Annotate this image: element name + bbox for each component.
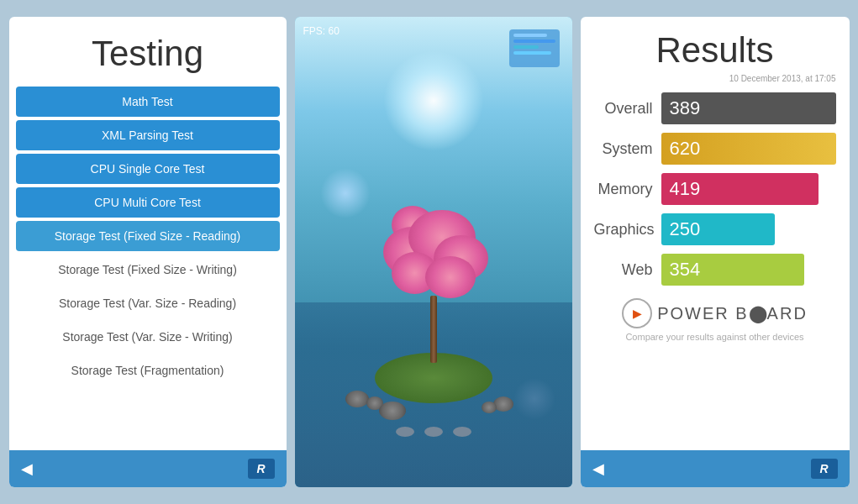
- rightware-logo-left: R: [248, 459, 275, 479]
- result-value-web: 354: [670, 259, 701, 281]
- result-bar-system: 620: [661, 133, 836, 165]
- overlay-row-2: [513, 39, 555, 43]
- left-title: Testing: [9, 17, 287, 82]
- menu-item-cpu-multi[interactable]: CPU Multi Core Test: [16, 187, 280, 218]
- scene-background: FPS: 60: [295, 17, 572, 487]
- tree-canopy: [366, 202, 501, 319]
- result-label-overall: Overall: [594, 100, 661, 118]
- overlay-row-1: [513, 34, 547, 37]
- right-panel: Results 10 December 2013, at 17:05 Overa…: [581, 17, 850, 487]
- rock-1: [345, 391, 369, 407]
- result-label-web: Web: [594, 261, 661, 279]
- result-bar-container-overall: 389: [661, 92, 836, 124]
- menu-item-storage-var-read[interactable]: Storage Test (Var. Size - Reading): [16, 288, 280, 318]
- app-container: Testing Math Test XML Parsing Test CPU S…: [9, 17, 850, 487]
- left-arrow-icon[interactable]: ◀: [21, 459, 33, 478]
- stone-2: [424, 427, 443, 437]
- rock-5: [379, 402, 406, 420]
- result-value-system: 620: [670, 138, 701, 160]
- overlay-row-4: [513, 51, 551, 55]
- ui-overlay: [509, 29, 560, 67]
- menu-item-storage-fixed-read[interactable]: Storage Test (Fixed Size - Reading): [16, 221, 280, 251]
- fps-label: FPS: 60: [303, 25, 340, 37]
- stone-3: [453, 427, 471, 437]
- menu-item-math-test[interactable]: Math Test: [16, 87, 280, 117]
- menu-item-xml-test[interactable]: XML Parsing Test: [16, 120, 280, 150]
- menu-item-cpu-single[interactable]: CPU Single Core Test: [16, 154, 280, 184]
- result-bar-container-system: 620: [661, 133, 836, 165]
- result-bar-container-web: 354: [661, 254, 836, 286]
- play-icon: ▶: [633, 307, 642, 320]
- middle-panel: FPS: 60: [295, 17, 572, 487]
- result-bar-container-memory: 419: [661, 173, 836, 205]
- powerboard-logo[interactable]: ▶ POWER B⬤ARD: [622, 298, 808, 328]
- result-label-memory: Memory: [594, 181, 661, 198]
- blossom-5: [425, 256, 476, 298]
- result-row-graphics: Graphics 250: [594, 213, 836, 245]
- result-bar-web: 354: [661, 254, 805, 286]
- result-bar-graphics: 250: [661, 213, 775, 245]
- powerboard-subtext: Compare your results against other devic…: [625, 332, 803, 342]
- glow-center: [383, 50, 484, 151]
- result-value-graphics: 250: [670, 218, 701, 240]
- glow-left: [320, 168, 371, 218]
- results-title: Results: [594, 17, 836, 74]
- result-value-memory: 419: [670, 178, 701, 200]
- right-footer: ◀ R: [581, 450, 850, 487]
- result-bar-memory: 419: [661, 173, 819, 205]
- rock-4: [482, 402, 497, 413]
- menu-item-storage-var-write[interactable]: Storage Test (Var. Size - Writing): [16, 322, 280, 352]
- result-value-overall: 389: [670, 97, 701, 119]
- stepping-stones: [396, 427, 471, 437]
- stone-1: [396, 427, 414, 437]
- powerboard-play-button[interactable]: ▶: [622, 298, 652, 328]
- menu-list: Math Test XML Parsing Test CPU Single Co…: [9, 82, 287, 390]
- left-panel: Testing Math Test XML Parsing Test CPU S…: [9, 17, 287, 487]
- result-bar-overall: 389: [661, 92, 836, 124]
- results-date: 10 December 2013, at 17:05: [594, 74, 836, 83]
- result-row-web: Web 354: [594, 254, 836, 286]
- right-arrow-icon[interactable]: ◀: [592, 459, 604, 478]
- menu-item-storage-fixed-write[interactable]: Storage Test (Fixed Size - Writing): [16, 255, 280, 285]
- result-label-system: System: [594, 140, 661, 158]
- overlay-row-3: [513, 45, 539, 49]
- result-row-memory: Memory 419: [594, 173, 836, 205]
- rightware-logo-right: R: [811, 459, 838, 479]
- menu-item-storage-frag[interactable]: Storage Test (Fragmentation): [16, 355, 280, 386]
- result-bar-container-graphics: 250: [661, 213, 836, 245]
- result-row-system: System 620: [594, 133, 836, 165]
- left-footer: ◀ R: [9, 450, 287, 487]
- result-row-overall: Overall 389: [594, 92, 836, 124]
- powerboard-section: ▶ POWER B⬤ARD Compare your results again…: [594, 291, 836, 349]
- powerboard-label: POWER B⬤ARD: [657, 303, 808, 323]
- result-label-graphics: Graphics: [594, 221, 661, 239]
